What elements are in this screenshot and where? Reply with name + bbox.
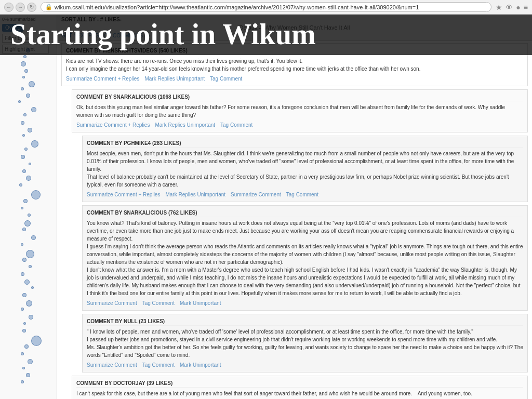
comment-actions: Summarize Comment + RepliesMark Replies … — [87, 192, 523, 197]
viz-dot — [23, 199, 28, 203]
comment-action-link[interactable]: Tag Comment — [220, 122, 252, 128]
viz-dot — [31, 107, 36, 112]
viz-dot — [29, 81, 35, 87]
viz-dot — [31, 140, 38, 148]
comment-action-link[interactable]: Mark Replies Unimportant — [165, 192, 225, 197]
comment-text: Most people, even men, don't put in the … — [87, 150, 523, 189]
viz-dot — [24, 280, 30, 285]
eye-icon[interactable]: 👁 — [506, 3, 513, 11]
back-button[interactable]: ← — [4, 3, 14, 12]
star-icon[interactable]: ★ — [496, 3, 502, 11]
comment-block: COMMENT BY DOCTORJAY (39 LIKES)I can't s… — [72, 376, 528, 399]
viz-dot — [19, 183, 22, 187]
viz-dot — [31, 286, 34, 289]
viz-dot — [28, 128, 32, 132]
comment-action-link[interactable]: Tag Comment — [210, 76, 242, 82]
viz-dot — [31, 336, 42, 346]
comment-actions: Summarize Comment + RepliesMark Replies … — [66, 76, 523, 82]
comment-header: COMMENT BY SNARKALICIOUS (1068 LIKES) — [76, 94, 523, 101]
viz-dot — [22, 258, 26, 262]
comment-text: " I know lots of people, men and women, … — [87, 328, 523, 359]
viz-dot — [21, 207, 23, 209]
viz-dot — [26, 250, 34, 258]
viz-dot — [22, 76, 25, 78]
comment-action-link[interactable]: Mark Replies Unimportant — [155, 122, 215, 128]
viz-dot — [22, 367, 25, 369]
comment-action-link[interactable]: Mark Replies Unimportant — [144, 76, 205, 82]
comment-action-link[interactable]: Summarize Comment + Replies — [66, 76, 139, 82]
refresh-button[interactable]: ↻ — [27, 3, 36, 12]
big-title-text: Starting point in Wikum — [10, 18, 316, 50]
main-area: 0% summarized Over... SORT ALL BY - # LI… — [0, 15, 532, 399]
viz-dot — [28, 359, 33, 364]
viz-dot — [28, 214, 31, 217]
right-content[interactable]: SORT ALL BY - # LIKES- Default -- Why Wo… — [57, 15, 532, 399]
viz-dot — [21, 272, 24, 276]
viz-dot — [21, 121, 24, 125]
viz-dot — [23, 322, 26, 325]
big-title-overlay: Starting point in Wikum — [0, 15, 532, 55]
viz-dot — [26, 373, 30, 377]
viz-dot — [22, 134, 25, 137]
comment-action-link[interactable]: Summarize Comment — [87, 300, 137, 306]
comment-action-link[interactable]: Tag Comment — [286, 192, 318, 197]
viz-dot — [18, 100, 21, 103]
viz-dot — [24, 69, 28, 73]
comment-block: COMMENT BY SNARKALICIOUS (1068 LIKES)Ok,… — [72, 89, 528, 132]
comment-text: You know what? That's kind of baloney. P… — [87, 219, 523, 297]
menu-icon[interactable]: ≡ — [524, 3, 528, 11]
comment-text: Kids are not TV shows: there are no re-r… — [66, 57, 523, 73]
browser-icons: ★ 👁 ● ≡ — [496, 3, 528, 11]
visualization-area — [3, 46, 54, 399]
comment-actions: Summarize CommentTag CommentMark Unimpor… — [87, 300, 523, 306]
comment-header: COMMENT BY SNARKALICIOUS (762 LIKES) — [87, 210, 523, 217]
comment-block: COMMENT BY NULL (23 LIKES)" I know lots … — [82, 314, 528, 373]
comment-text: Ok, but does this young man feel similar… — [76, 103, 523, 119]
browser-chrome: ← → ↻ 🔒 wikum.csail.mit.edu/visualizatio… — [0, 0, 532, 15]
comment-action-link[interactable]: Mark Unimportant — [180, 362, 221, 368]
viz-dot — [26, 94, 30, 98]
comments-container: COMMENT BY MENSRIGHTSVIDEOS (540 LIKES)K… — [57, 41, 532, 399]
viz-dot — [24, 148, 28, 151]
viz-dot — [22, 169, 26, 173]
address-bar[interactable]: 🔒 wikum.csail.mit.edu/visualization?arti… — [41, 2, 491, 12]
viz-dot — [26, 300, 32, 307]
left-sidebar: 0% summarized Over... — [0, 15, 57, 399]
comment-block: COMMENT BY SNARKALICIOUS (762 LIKES)You … — [82, 205, 528, 311]
viz-dot — [22, 228, 26, 231]
viz-dot — [21, 243, 23, 246]
viz-dot — [31, 235, 36, 240]
viz-dot — [21, 352, 24, 355]
viz-dot — [21, 61, 26, 66]
comment-action-link[interactable]: Summarize Comment — [231, 192, 281, 197]
viz-dot — [29, 315, 33, 320]
url-text: wikum.csail.mit.edu/visualization?articl… — [55, 4, 419, 10]
nav-buttons: ← → ↻ — [4, 3, 36, 12]
comment-action-link[interactable]: Summarize Comment + Replies — [87, 192, 160, 197]
comment-action-link[interactable]: Summarize Comment + Replies — [76, 122, 150, 128]
viz-dot — [21, 155, 25, 159]
viz-dot — [21, 308, 24, 311]
forward-button[interactable]: → — [16, 3, 25, 12]
comment-action-link[interactable]: Tag Comment — [142, 362, 175, 368]
comment-header: COMMENT BY PGHMIKE4 (283 LIKES) — [87, 140, 523, 148]
comment-action-link[interactable]: Tag Comment — [142, 300, 175, 306]
viz-dot — [22, 329, 26, 332]
viz-dot — [26, 176, 31, 181]
lock-icon: 🔒 — [45, 4, 52, 10]
viz-dot — [23, 113, 26, 116]
comment-actions: Summarize Comment + RepliesMark Replies … — [76, 122, 523, 128]
viz-dot — [29, 163, 31, 165]
comment-header: COMMENT BY NULL (23 LIKES) — [87, 318, 523, 326]
viz-dot — [21, 380, 24, 383]
comment-text: I can't speak for this case, but there a… — [76, 390, 523, 399]
comment-block: COMMENT BY PGHMIKE4 (283 LIKES)Most peop… — [82, 136, 528, 202]
viz-dot — [24, 220, 31, 227]
comment-actions: Summarize CommentTag CommentMark Unimpor… — [87, 362, 523, 368]
user-icon[interactable]: ● — [516, 3, 520, 11]
comment-action-link[interactable]: Summarize Comment — [87, 362, 137, 368]
comment-action-link[interactable]: Mark Unimportant — [180, 300, 221, 306]
viz-dot — [29, 265, 32, 268]
comment-header: COMMENT BY DOCTORJAY (39 LIKES) — [76, 380, 523, 388]
viz-dot — [31, 190, 41, 200]
